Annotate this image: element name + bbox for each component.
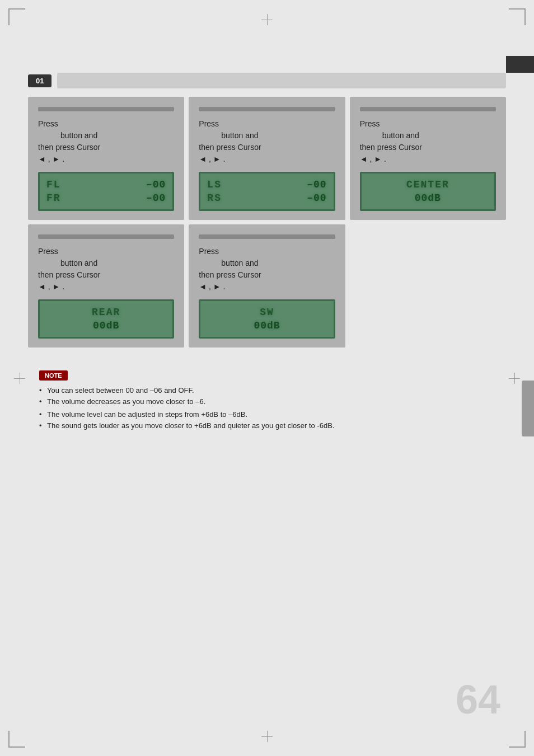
cursor-label-2: then press Cursor (199, 142, 335, 153)
note-section: NOTE You can select between 00 and –06 a… (28, 361, 506, 441)
corner-mark-bl (8, 731, 25, 748)
corner-mark-tl (8, 8, 25, 25)
button-label-1: button and (38, 130, 174, 142)
led-row-center-val: 00dB (368, 192, 488, 204)
led-value-rs: –00 (307, 192, 326, 204)
note-bullet-3: The volume level can be adjusted in step… (39, 410, 495, 419)
arrows-label-5: ◄ , ► . (199, 281, 335, 293)
page-number: 64 (456, 677, 500, 722)
crosshair-right (509, 373, 520, 384)
led-row-center-top: CENTER (368, 179, 488, 190)
main-content: 01 Press button and then press Cursor ◄ … (28, 73, 506, 441)
led-value-center: 00dB (415, 192, 441, 204)
led-label-fr: FR (46, 192, 61, 204)
corner-mark-tr (509, 8, 526, 25)
press-label-5: Press (199, 246, 335, 257)
press-label-3: Press (360, 118, 496, 130)
led-row-rear-top: REAR (46, 307, 166, 318)
panels-grid-top: Press button and then press Cursor ◄ , ►… (28, 97, 506, 220)
led-value-ls: –00 (307, 179, 326, 190)
panel-center-text: Press button and then press Cursor ◄ , ►… (360, 118, 496, 165)
cursor-label-5: then press Cursor (199, 269, 335, 281)
arrows-label-2: ◄ , ► . (199, 153, 335, 165)
button-label-3: button and (360, 130, 496, 142)
panel-center: Press button and then press Cursor ◄ , ►… (350, 97, 506, 220)
led-label-ls: LS (207, 179, 222, 190)
led-display-rear: REAR 00dB (38, 299, 174, 339)
led-display-center: CENTER 00dB (360, 172, 496, 211)
section-header: 01 (28, 73, 506, 88)
button-label-2: button and (199, 130, 335, 142)
section-bar-line (57, 73, 506, 88)
panel-ls-rs-text: Press button and then press Cursor ◄ , ►… (199, 118, 335, 165)
arrows-label-4: ◄ , ► . (38, 281, 174, 293)
arrows-label-1: ◄ , ► . (38, 153, 174, 165)
panel-sw: Press button and then press Cursor ◄ , ►… (189, 224, 345, 348)
note-bullet-4: The sound gets louder as you move closer… (39, 421, 495, 430)
led-row-rs: RS –00 (207, 192, 326, 204)
cursor-label-4: then press Cursor (38, 269, 174, 281)
led-value-fl: –00 (146, 179, 166, 190)
panel-rear-text: Press button and then press Cursor ◄ , ►… (38, 246, 174, 293)
led-display-sw: SW 00dB (199, 299, 335, 339)
panel-sw-text: Press button and then press Cursor ◄ , ►… (199, 246, 335, 293)
crosshair-bottom (261, 731, 273, 742)
panel-empty (350, 224, 506, 348)
led-label-rs: RS (207, 192, 222, 204)
press-label-4: Press (38, 246, 174, 257)
panel-fl-fr: Press button and then press Cursor ◄ , ►… (28, 97, 184, 220)
led-display-ls-rs: LS –00 RS –00 (199, 172, 335, 211)
led-row-ls: LS –00 (207, 179, 326, 190)
note-label: NOTE (39, 370, 68, 381)
panel-header-bar-5 (199, 234, 335, 239)
corner-mark-br (509, 731, 526, 748)
press-label-1: Press (38, 118, 174, 130)
panel-header-bar-4 (38, 234, 174, 239)
led-label-sw: SW (260, 307, 274, 318)
right-side-tab (522, 381, 534, 436)
cursor-label-3: then press Cursor (360, 142, 496, 153)
led-row-fl: FL –00 (46, 179, 166, 190)
panel-header-bar-3 (360, 107, 496, 111)
led-row-fr: FR –00 (46, 192, 166, 204)
button-label-5: button and (199, 257, 335, 269)
note-label-box: NOTE (39, 370, 495, 386)
arrows-label-3: ◄ , ► . (360, 153, 496, 165)
led-label-fl: FL (46, 179, 61, 190)
press-label-2: Press (199, 118, 335, 130)
note-bullet-2: The volume decreases as you move closer … (39, 397, 495, 406)
button-label-4: button and (38, 257, 174, 269)
crosshair-left (14, 373, 25, 384)
led-row-sw-val: 00dB (207, 320, 326, 331)
section-label: 01 (28, 74, 51, 87)
panel-rear: Press button and then press Cursor ◄ , ►… (28, 224, 184, 348)
panel-ls-rs: Press button and then press Cursor ◄ , ►… (189, 97, 345, 220)
panels-grid-bottom: Press button and then press Cursor ◄ , ►… (28, 224, 506, 348)
cursor-label-1: then press Cursor (38, 142, 174, 153)
led-row-rear-val: 00dB (46, 320, 166, 331)
panel-header-bar-2 (199, 107, 335, 111)
led-value-rear: 00dB (93, 320, 119, 331)
panel-header-bar (38, 107, 174, 111)
page-tab-top (506, 56, 534, 73)
led-value-fr: –00 (146, 192, 166, 204)
note-bullets-list: You can select between 00 and –06 and OF… (39, 386, 495, 430)
led-value-sw: 00dB (254, 320, 280, 331)
note-bullet-1: You can select between 00 and –06 and OF… (39, 386, 495, 395)
panel-fl-fr-text: Press button and then press Cursor ◄ , ►… (38, 118, 174, 165)
led-display-fl-fr: FL –00 FR –00 (38, 172, 174, 211)
led-row-sw-top: SW (207, 307, 326, 318)
led-label-center: CENTER (406, 179, 449, 190)
crosshair-top (261, 14, 273, 25)
page: 01 Press button and then press Cursor ◄ … (0, 0, 534, 756)
led-label-rear: REAR (92, 307, 120, 318)
